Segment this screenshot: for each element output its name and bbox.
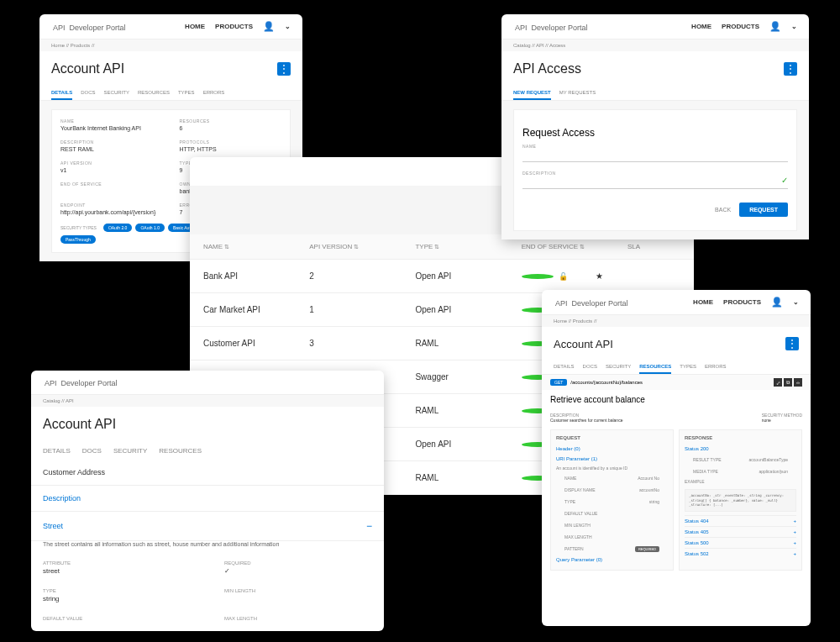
- plus-icon: +: [793, 518, 796, 524]
- tab-my-requests[interactable]: MY REQUESTS: [559, 87, 596, 100]
- back-button[interactable]: BACK: [715, 207, 731, 213]
- chip[interactable]: PassThrough: [60, 235, 96, 244]
- header: API Developer Portal HOME PRODUCTS 👤 ⌄: [39, 14, 302, 39]
- nav-home[interactable]: HOME: [693, 298, 713, 306]
- header: API Developer Portal HOME PRODUCTS 👤 ⌄: [542, 290, 811, 315]
- chevron-down-icon[interactable]: ⌄: [793, 298, 799, 306]
- tab-types[interactable]: TYPES: [178, 87, 195, 100]
- breadcrumb: Home // Products //: [39, 39, 302, 51]
- response-column: RESPONSE Status 200 RESULT TYPEaccountBa…: [679, 429, 802, 571]
- api-name: Bank API: [203, 271, 309, 281]
- status-row[interactable]: Status 500+: [685, 537, 796, 548]
- nav-products[interactable]: PRODUCTS: [723, 298, 761, 306]
- unlock-icon: 🔓: [559, 272, 591, 281]
- tab-details[interactable]: DETAILS: [43, 442, 71, 460]
- chip[interactable]: OAuth 2.0: [103, 224, 133, 232]
- more-menu-icon[interactable]: ⋮: [277, 62, 291, 76]
- code-icon[interactable]: ‹›: [794, 378, 802, 387]
- tab[interactable]: SECURITY: [606, 360, 631, 374]
- status-row[interactable]: Status 404+: [685, 515, 796, 526]
- tab[interactable]: RESOURCES: [639, 360, 671, 374]
- tab-docs[interactable]: DOCS: [81, 87, 95, 100]
- col-sla[interactable]: SLA: [627, 243, 680, 250]
- plus-icon: +: [793, 540, 796, 545]
- tabs: DETAILS DOCS SECURITY RESOURCES: [31, 442, 384, 460]
- status-200[interactable]: Status 200: [685, 444, 796, 454]
- api-access-card: API Developer Portal HOME PRODUCTS 👤 ⌄ C…: [501, 14, 809, 239]
- tab-security[interactable]: SECURITY: [113, 442, 147, 460]
- method-badge: GET: [550, 379, 567, 386]
- tab[interactable]: ERRORS: [705, 360, 727, 374]
- page-title: Account API: [554, 338, 613, 350]
- nav-home[interactable]: HOME: [185, 23, 205, 30]
- tab-new-request[interactable]: NEW REQUEST: [513, 87, 551, 100]
- code-example: _accountNo: _str _eventDate: _string _cu…: [685, 489, 796, 512]
- tab-resources[interactable]: RESOURCES: [159, 442, 202, 460]
- tab-errors[interactable]: ERRORS: [203, 87, 225, 100]
- status-row[interactable]: Status 502+: [685, 548, 796, 559]
- status-dot-icon: [522, 274, 554, 279]
- api-name: Car Market API: [203, 305, 309, 314]
- list-item[interactable]: Description: [31, 486, 384, 512]
- user-icon[interactable]: 👤: [769, 21, 781, 32]
- page-title: Account API: [51, 61, 124, 76]
- logo: API Developer Portal: [51, 22, 126, 32]
- plus-icon: +: [793, 529, 796, 534]
- user-icon[interactable]: 👤: [263, 21, 275, 32]
- user-icon[interactable]: 👤: [771, 297, 783, 308]
- request-column: REQUEST Header (0) URI Parameter (1) An …: [550, 429, 674, 571]
- nav-products[interactable]: PRODUCTS: [722, 23, 759, 30]
- breadcrumb: Catalog // API // Access: [501, 39, 809, 51]
- tabs: DETAILS DOCS SECURITY RESOURCES TYPES ER…: [39, 87, 302, 101]
- copy-icon[interactable]: ⧉: [784, 378, 792, 387]
- col-name[interactable]: NAME⇅: [203, 243, 309, 250]
- street-row[interactable]: Street−: [31, 512, 384, 541]
- collapse-icon[interactable]: −: [366, 520, 372, 532]
- tab-details[interactable]: DETAILS: [51, 87, 72, 100]
- logo: API Developer Portal: [43, 377, 118, 387]
- logo: API Developer Portal: [513, 22, 588, 32]
- request-button[interactable]: REQUEST: [739, 203, 788, 217]
- api-name: Customer API: [203, 339, 309, 348]
- tab-resources[interactable]: RESOURCES: [138, 87, 170, 100]
- tab[interactable]: DOCS: [583, 360, 597, 374]
- tab-docs[interactable]: DOCS: [82, 442, 102, 460]
- api-type: RAML: [415, 339, 521, 348]
- more-menu-icon[interactable]: ⋮: [784, 62, 797, 76]
- api-type: Swagger: [415, 372, 521, 382]
- check-icon: ✓: [781, 176, 788, 185]
- description-input[interactable]: ✓: [522, 177, 788, 189]
- col-type[interactable]: TYPE⇅: [415, 243, 521, 250]
- star-icon[interactable]: ★: [596, 271, 627, 281]
- header-section[interactable]: Header (0): [556, 444, 668, 454]
- nav-home[interactable]: HOME: [691, 23, 711, 30]
- section-title: Retrieve account balance: [542, 390, 811, 409]
- tab-security[interactable]: SECURITY: [104, 87, 129, 100]
- chevron-down-icon[interactable]: ⌄: [791, 23, 797, 30]
- nav-products[interactable]: PRODUCTS: [215, 23, 253, 30]
- query-param-section[interactable]: Query Parameter (0): [556, 555, 668, 565]
- uri-param-section[interactable]: URI Parameter (1): [556, 454, 668, 464]
- api-version: 1: [309, 305, 415, 314]
- api-type: Open API: [415, 305, 521, 314]
- name-input[interactable]: [522, 150, 788, 162]
- plus-icon: +: [793, 551, 796, 556]
- api-type: Open API: [415, 271, 521, 281]
- chevron-down-icon[interactable]: ⌄: [285, 23, 291, 30]
- tab[interactable]: DETAILS: [554, 360, 575, 374]
- status-row[interactable]: Status 405+: [685, 526, 796, 537]
- api-version: 3: [309, 339, 415, 348]
- api-type: Open API: [415, 439, 521, 449]
- table-row[interactable]: Bank API 2 Open API 🔓★: [190, 260, 694, 293]
- more-menu-icon[interactable]: ⋮: [785, 337, 799, 350]
- check-icon: ✓: [224, 567, 372, 575]
- breadcrumb: Home // Products //: [542, 315, 811, 327]
- section-title: Request Access: [522, 118, 788, 144]
- col-eos[interactable]: END OF SERVICE⇅: [522, 243, 627, 250]
- list-item[interactable]: Customer Address: [31, 460, 384, 486]
- col-version[interactable]: API VERSION⇅: [309, 243, 415, 250]
- chip[interactable]: OAuth 1.0: [135, 224, 165, 232]
- tab[interactable]: TYPES: [680, 360, 696, 374]
- expand-icon[interactable]: ⤢: [774, 378, 782, 387]
- header: API Developer Portal HOME PRODUCTS 👤 ⌄: [501, 14, 809, 39]
